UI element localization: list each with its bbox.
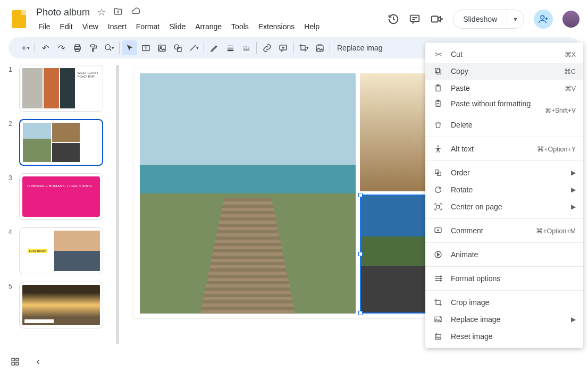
- grid-view-icon[interactable]: [11, 357, 20, 366]
- svg-rect-15: [12, 358, 14, 361]
- share-button[interactable]: [534, 10, 553, 29]
- select-tool[interactable]: [122, 40, 137, 55]
- submenu-arrow-icon: ▶: [571, 203, 576, 210]
- slideshow-dropdown[interactable]: ▼: [507, 10, 524, 28]
- mask-button[interactable]: [312, 40, 327, 55]
- comments-icon[interactable]: [409, 13, 421, 25]
- ctx-comment[interactable]: Comment ⌘+Option+M: [425, 222, 583, 239]
- menu-insert[interactable]: Insert: [104, 20, 131, 33]
- link-button[interactable]: [259, 40, 274, 55]
- image-tool[interactable]: [154, 40, 169, 55]
- cut-icon: ✂: [433, 49, 443, 60]
- ctx-cut[interactable]: ✂ Cut ⌘X: [425, 46, 583, 63]
- ctx-crop-image[interactable]: Crop image: [425, 294, 583, 311]
- border-dash-button[interactable]: [239, 40, 254, 55]
- context-menu: ✂ Cut ⌘X Copy ⌘C Paste ⌘V Paste without …: [425, 43, 583, 348]
- scrollbar[interactable]: [116, 65, 119, 344]
- slides-logo[interactable]: [9, 9, 30, 30]
- ctx-rotate[interactable]: Rotate ▶: [425, 181, 583, 198]
- svg-point-33: [440, 280, 441, 281]
- animate-icon: [433, 250, 443, 259]
- account-avatar[interactable]: [562, 11, 579, 28]
- svg-point-32: [440, 278, 441, 279]
- shape-tool[interactable]: [170, 40, 185, 55]
- submenu-arrow-icon: ▶: [571, 186, 576, 193]
- crop-button[interactable]: ▾: [296, 40, 311, 55]
- redo-button[interactable]: ↷: [54, 40, 69, 55]
- ctx-order[interactable]: Order ▶: [425, 164, 583, 181]
- slide-thumbnail[interactable]: 4 Long Beach: [9, 227, 116, 274]
- menu-extensions[interactable]: Extensions: [254, 20, 299, 33]
- slides-panel[interactable]: 1 WEST COAST ROAD TRIP 2 3 72 HOURS. 4 H…: [0, 58, 116, 351]
- ctx-center-on-page[interactable]: Center on page ▶: [425, 198, 583, 215]
- slideshow-button-group: Slideshow ▼: [453, 10, 524, 29]
- menu-tools[interactable]: Tools: [227, 20, 253, 33]
- slide-thumbnail[interactable]: 2: [9, 119, 116, 166]
- ctx-alt-text[interactable]: Alt text ⌘+Option+Y: [425, 140, 583, 157]
- svg-rect-12: [177, 47, 181, 51]
- zoom-button[interactable]: ▾: [102, 40, 116, 55]
- print-button[interactable]: [70, 40, 85, 55]
- slide-number: 1: [9, 65, 15, 112]
- menu-slide[interactable]: Slide: [165, 20, 190, 33]
- ctx-format-options[interactable]: Format options: [425, 270, 583, 287]
- svg-point-2: [541, 15, 544, 19]
- svg-rect-28: [436, 205, 439, 208]
- svg-point-11: [174, 45, 179, 49]
- chevron-down-icon: ▾: [441, 16, 443, 22]
- slide-number: 3: [9, 173, 15, 220]
- app-header: Photo album ☆ File Edit View Insert Form…: [0, 0, 588, 34]
- ctx-delete[interactable]: Delete: [425, 116, 583, 133]
- svg-point-25: [438, 145, 439, 147]
- ctx-replace-image[interactable]: Replace image ▶: [425, 311, 583, 328]
- slide-thumbnail[interactable]: 3 72 HOURS. 4 HUMANS. 1 CAR. 3 DOGS.: [9, 173, 116, 220]
- collapse-panel-icon[interactable]: [35, 358, 42, 366]
- ctx-animate[interactable]: Animate: [425, 246, 583, 263]
- slide-number: 5: [9, 282, 15, 328]
- menu-help[interactable]: Help: [300, 20, 324, 33]
- submenu-arrow-icon: ▶: [571, 316, 576, 323]
- meet-icon[interactable]: ▾: [430, 13, 443, 25]
- paint-format-button[interactable]: [86, 40, 100, 55]
- footer: [0, 351, 588, 372]
- border-color-button[interactable]: [207, 40, 222, 55]
- svg-rect-18: [16, 362, 19, 365]
- menu-file[interactable]: File: [34, 20, 55, 33]
- menu-view[interactable]: View: [78, 20, 103, 33]
- menu-bar: File Edit View Insert Format Slide Arran…: [34, 20, 388, 33]
- replace-image-icon: [433, 315, 443, 324]
- accessibility-icon: [433, 145, 443, 153]
- center-icon: [433, 202, 443, 211]
- svg-point-7: [105, 45, 110, 49]
- slide-thumbnail[interactable]: 5: [9, 282, 116, 328]
- textbox-tool[interactable]: [138, 40, 153, 55]
- slide-number: 2: [9, 119, 15, 166]
- reset-image-icon: [433, 332, 443, 341]
- order-icon: [433, 168, 443, 177]
- svg-rect-9: [158, 45, 165, 50]
- svg-rect-1: [432, 16, 438, 22]
- undo-button[interactable]: ↶: [38, 40, 53, 55]
- slide-thumbnail[interactable]: 1 WEST COAST ROAD TRIP: [9, 65, 116, 112]
- new-slide-button[interactable]: ＋▾: [17, 40, 32, 55]
- menu-edit[interactable]: Edit: [56, 20, 77, 33]
- menu-format[interactable]: Format: [132, 20, 164, 33]
- image-boardwalk[interactable]: [140, 73, 356, 314]
- document-title[interactable]: Photo album: [34, 6, 92, 19]
- star-icon[interactable]: ☆: [97, 6, 106, 18]
- ctx-copy[interactable]: Copy ⌘C: [425, 63, 583, 80]
- replace-image-toolbar[interactable]: Replace imag: [333, 44, 387, 52]
- line-tool[interactable]: ▾: [186, 40, 201, 55]
- move-icon[interactable]: [113, 6, 123, 18]
- ctx-paste[interactable]: Paste ⌘V: [425, 80, 583, 97]
- cloud-status-icon[interactable]: [130, 6, 141, 18]
- border-weight-button[interactable]: [223, 40, 238, 55]
- paste-icon: [433, 84, 443, 92]
- format-options-icon: [433, 274, 443, 283]
- history-icon[interactable]: [388, 13, 399, 25]
- add-comment-button[interactable]: [275, 40, 290, 55]
- ctx-reset-image[interactable]: Reset image: [425, 328, 583, 345]
- slideshow-button[interactable]: Slideshow: [453, 10, 507, 28]
- copy-icon: [433, 67, 443, 75]
- menu-arrange[interactable]: Arrange: [191, 20, 226, 33]
